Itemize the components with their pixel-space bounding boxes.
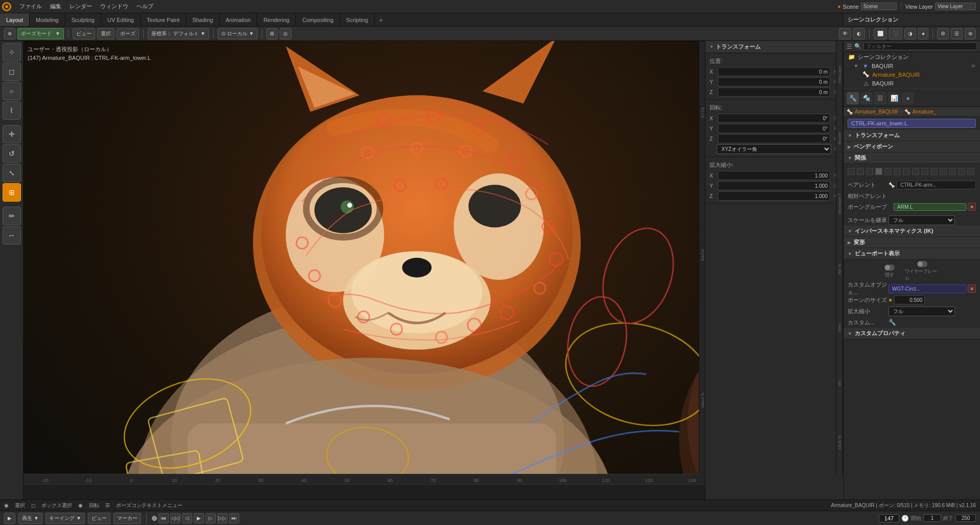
move-tool-btn[interactable]: ✛ — [3, 125, 21, 143]
bone-size-toggle[interactable]: ● — [888, 296, 892, 303]
current-frame-input[interactable] — [879, 514, 899, 522]
relation-section-header[interactable]: ▼ 関係 — [844, 152, 980, 164]
rotate-tool-btn[interactable]: ↺ — [3, 144, 21, 163]
custom-props-section-header[interactable]: ▼ カスタムプロパティ — [844, 328, 980, 339]
viewport-option-1[interactable]: ⚙ — [937, 28, 949, 39]
visibility-eye[interactable]: 👁 — [971, 63, 976, 69]
view-dropdown-btn[interactable]: ビュー — [88, 513, 110, 524]
tab-uv-editing[interactable]: UV Editing — [101, 13, 141, 26]
menu-edit[interactable]: 編集 — [46, 0, 65, 13]
mesh-item[interactable]: △ BAQUIR — [844, 79, 980, 88]
scale-inherit-dropdown[interactable]: フル — [888, 215, 955, 225]
tab-modeling[interactable]: Modeling — [30, 13, 65, 26]
object-props-icon[interactable]: 🔧 — [847, 92, 859, 104]
view-menu-btn[interactable]: ビュー — [73, 28, 95, 39]
cursor-mode-btn[interactable]: ⊕ — [4, 28, 15, 39]
measure-btn[interactable]: ↔ — [3, 226, 21, 245]
rel-cell-8[interactable] — [921, 168, 928, 175]
scene-collection-root[interactable]: 📁 シーンコレクション — [844, 52, 980, 62]
viewport-option-2[interactable]: ☰ — [951, 28, 963, 39]
snap-btn[interactable]: ⊞ — [266, 28, 278, 39]
constraints-icon[interactable]: ⛓ — [874, 92, 886, 104]
hide-toggle[interactable] — [884, 265, 895, 271]
bone-group-remove-btn[interactable]: ✕ — [968, 203, 976, 211]
pos-x-input[interactable] — [718, 67, 830, 76]
select-circle-btn[interactable]: ○ — [3, 82, 21, 100]
rel-cell-0[interactable] — [848, 168, 855, 175]
bone-transform-section-header[interactable]: ▼ トランスフォーム — [844, 130, 980, 141]
play-dropdown-btn[interactable]: 再生 ▼ — [18, 513, 42, 524]
solid-shading-btn[interactable]: ⬛ — [889, 28, 902, 39]
rel-cell-1[interactable] — [857, 168, 864, 175]
data-icon[interactable]: 📊 — [888, 92, 900, 104]
tab-scripting[interactable]: Scripting — [340, 13, 375, 26]
add-workspace-tab[interactable]: + — [375, 16, 387, 24]
next-frame-btn[interactable]: ▷ — [206, 513, 216, 523]
rel-cell-7[interactable] — [912, 168, 919, 175]
render-shading-btn[interactable]: ● — [918, 28, 928, 39]
bone-size-input[interactable] — [894, 295, 925, 304]
material-shading-btn[interactable]: ◑ — [904, 28, 916, 39]
tab-texture-paint[interactable]: Texture Paint — [141, 13, 186, 26]
rel-cell-12[interactable] — [958, 168, 965, 175]
animation-playback-icon[interactable]: ▶ — [4, 513, 15, 524]
menu-window[interactable]: ウィンドウ — [96, 0, 132, 13]
tab-rendering[interactable]: Rendering — [257, 13, 296, 26]
rel-cell-10[interactable] — [940, 168, 947, 175]
custom-obj-remove-btn[interactable]: ✕ — [968, 285, 976, 293]
scale-x-input[interactable] — [718, 171, 830, 180]
viewport-option-3[interactable]: ⊕ — [965, 28, 976, 39]
euler-dropdown[interactable]: XYZオイラー角 — [717, 144, 831, 154]
jump-start-btn[interactable]: ⏮ — [158, 513, 169, 523]
tab-layout[interactable]: Layout — [0, 13, 30, 26]
outliner-search-input[interactable] — [863, 42, 977, 50]
pivot-btn[interactable]: ⊙ ローカル ▼ — [218, 28, 258, 39]
jump-end-btn[interactable]: ⏭ — [229, 513, 239, 523]
marker-dropdown-btn[interactable]: マーカー — [113, 513, 141, 524]
expand-dropdown[interactable]: フル — [888, 307, 955, 316]
rel-cell-2[interactable] — [866, 168, 873, 175]
prev-keyframe-btn[interactable]: ◁◁ — [170, 513, 180, 523]
tab-sculpting[interactable]: Sculpting — [65, 13, 101, 26]
keyframe-dropdown-btn[interactable]: キーイング ▼ — [45, 513, 85, 524]
annotate-btn[interactable]: ✏ — [3, 207, 21, 225]
bone-name-input[interactable] — [848, 119, 976, 128]
bend-section-header[interactable]: ▶ ベンディボーン — [844, 141, 980, 152]
start-frame-input[interactable] — [923, 514, 941, 522]
ik-section-header[interactable]: ▼ インバースキネマティクス (IK) — [844, 226, 980, 237]
deform-section-header[interactable]: ▶ 変形 — [844, 237, 980, 248]
scale-z-input[interactable] — [718, 191, 830, 201]
next-keyframe-btn[interactable]: ▷▷ — [217, 513, 227, 523]
pose-mode-selector[interactable]: ポーズモード ▼ — [17, 28, 64, 39]
outliner-filter-icon[interactable]: ☰ — [847, 43, 852, 50]
rel-cell-11[interactable] — [949, 168, 956, 175]
proportional-btn[interactable]: ◎ — [280, 28, 291, 39]
scene-input[interactable] — [861, 3, 897, 10]
rel-cell-13[interactable] — [967, 168, 974, 175]
select-menu-btn[interactable]: 選択 — [97, 28, 115, 39]
material-icon[interactable]: ● — [902, 92, 914, 104]
xray-toggle[interactable]: ◐ — [853, 28, 865, 39]
rot-z-input[interactable] — [718, 134, 830, 143]
loop-indicator[interactable] — [152, 516, 157, 521]
select-lasso-btn[interactable]: ⌇ — [3, 101, 21, 120]
menu-render[interactable]: レンダー — [65, 0, 96, 13]
parent-input[interactable] — [897, 181, 976, 189]
modifier-props-icon[interactable]: 🔩 — [860, 92, 873, 104]
view-layer-input[interactable] — [935, 3, 976, 10]
rel-cell-9[interactable] — [930, 168, 938, 175]
wireframe-shading-btn[interactable]: ⬜ — [874, 28, 887, 39]
tab-shading[interactable]: Shading — [186, 13, 219, 26]
rel-cell-4[interactable] — [884, 168, 892, 175]
pose-menu-btn[interactable]: ポーズ — [117, 28, 139, 39]
select-tool-btn[interactable]: ⊹ — [3, 43, 21, 61]
outliner-search-icon[interactable]: 🔍 — [854, 43, 861, 50]
menu-file[interactable]: ファイル — [15, 0, 46, 13]
scale-y-input[interactable] — [718, 181, 830, 190]
select-box-btn[interactable]: ◻ — [3, 62, 21, 81]
wireframe-toggle[interactable] — [917, 261, 927, 267]
menu-help[interactable]: ヘルプ — [132, 0, 157, 13]
rel-cell-5[interactable] — [894, 168, 901, 175]
pos-y-input[interactable] — [718, 77, 830, 86]
viewport-display-section-header[interactable]: ▼ ビューポート表示 — [844, 248, 980, 259]
